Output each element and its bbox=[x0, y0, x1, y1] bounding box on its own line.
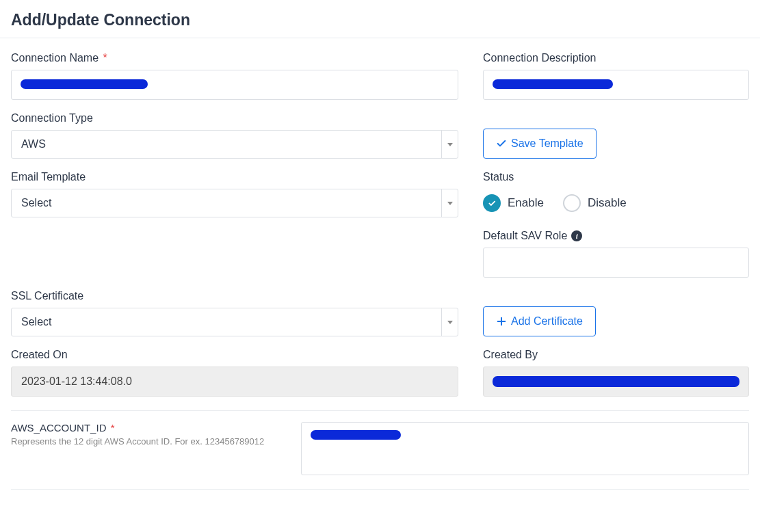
redacted-mark bbox=[493, 376, 739, 387]
chevron-down-icon bbox=[441, 189, 458, 217]
ssl-certificate-label: SSL Certificate bbox=[11, 290, 458, 302]
plus-icon bbox=[496, 316, 507, 327]
ssl-certificate-value: Select bbox=[12, 308, 441, 336]
status-enable-label: Enable bbox=[508, 196, 544, 210]
aws-account-id-label-text: AWS_ACCOUNT_ID bbox=[11, 422, 106, 434]
email-template-group: Email Template Select bbox=[11, 171, 458, 217]
status-label: Status bbox=[483, 171, 749, 183]
email-template-select[interactable]: Select bbox=[11, 189, 458, 217]
required-star-icon: * bbox=[103, 52, 107, 64]
radio-checked-icon bbox=[483, 194, 501, 212]
connection-type-select[interactable]: AWS bbox=[11, 130, 458, 159]
chevron-down-icon bbox=[441, 131, 458, 158]
status-disable-radio[interactable]: Disable bbox=[563, 194, 627, 212]
default-sav-role-group: Default SAV Role i bbox=[483, 230, 749, 278]
aws-account-id-help: Represents the 12 digit AWS Account ID. … bbox=[11, 436, 285, 447]
created-by-label: Created By bbox=[483, 349, 749, 361]
created-on-label: Created On bbox=[11, 349, 458, 361]
ssl-certificate-select[interactable]: Select bbox=[11, 308, 458, 336]
connection-type-label: Connection Type bbox=[11, 112, 458, 124]
add-certificate-label: Add Certificate bbox=[511, 315, 583, 328]
created-by-group: Created By bbox=[483, 349, 749, 397]
connection-description-group: Connection Description bbox=[483, 52, 749, 100]
status-disable-label: Disable bbox=[588, 196, 627, 210]
page-title: Add/Update Connection bbox=[0, 0, 760, 38]
divider bbox=[11, 489, 749, 490]
info-icon[interactable]: i bbox=[571, 230, 582, 241]
connection-name-label-text: Connection Name bbox=[11, 52, 99, 64]
created-on-input bbox=[11, 367, 458, 397]
default-sav-role-input[interactable] bbox=[483, 248, 749, 278]
connection-type-group: Connection Type AWS bbox=[11, 112, 458, 159]
created-by-input-wrap bbox=[483, 367, 749, 397]
connection-description-input-wrap bbox=[483, 70, 749, 100]
check-icon bbox=[496, 138, 507, 149]
form-container: Connection Name * Connection Description bbox=[0, 38, 760, 490]
created-on-group: Created On bbox=[11, 349, 458, 397]
radio-unchecked-icon bbox=[563, 194, 581, 212]
ssl-certificate-group: SSL Certificate Select bbox=[11, 290, 458, 336]
connection-type-value: AWS bbox=[12, 131, 441, 158]
divider bbox=[11, 410, 749, 411]
connection-name-label: Connection Name * bbox=[11, 52, 458, 64]
save-template-label: Save Template bbox=[511, 137, 584, 150]
email-template-value: Select bbox=[12, 189, 441, 217]
redacted-mark bbox=[311, 430, 401, 440]
default-sav-role-label: Default SAV Role bbox=[483, 230, 567, 242]
required-star-icon: * bbox=[111, 422, 115, 434]
email-template-label: Email Template bbox=[11, 171, 458, 183]
connection-description-label: Connection Description bbox=[483, 52, 749, 64]
connection-name-input-wrap bbox=[11, 70, 458, 100]
save-template-button[interactable]: Save Template bbox=[483, 129, 597, 159]
connection-name-group: Connection Name * bbox=[11, 52, 458, 100]
status-enable-radio[interactable]: Enable bbox=[483, 194, 544, 212]
aws-account-id-input-wrap bbox=[301, 422, 749, 475]
add-certificate-button[interactable]: Add Certificate bbox=[483, 306, 596, 336]
chevron-down-icon bbox=[441, 308, 458, 336]
redacted-mark bbox=[21, 79, 148, 89]
aws-account-id-row: AWS_ACCOUNT_ID * Represents the 12 digit… bbox=[11, 422, 749, 475]
status-group: Status Enable Disable bbox=[483, 171, 749, 212]
aws-account-id-label: AWS_ACCOUNT_ID * bbox=[11, 422, 285, 434]
redacted-mark bbox=[493, 79, 613, 89]
status-radio-row: Enable Disable bbox=[483, 194, 749, 212]
